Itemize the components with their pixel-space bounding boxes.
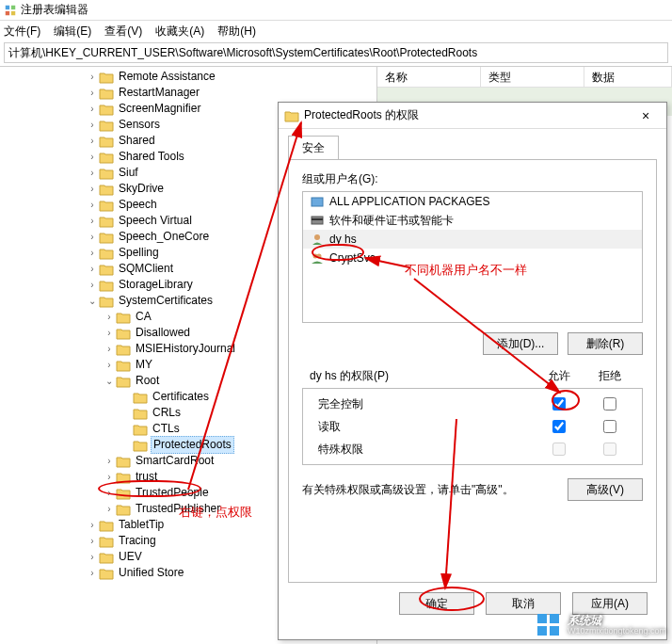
col-type[interactable]: 类型 — [481, 67, 584, 87]
tree-label: Speech Virtual — [117, 213, 194, 229]
folder-icon — [99, 567, 114, 580]
close-button[interactable]: × — [625, 108, 666, 123]
expander-icon[interactable]: › — [87, 517, 98, 533]
expander-icon[interactable]: › — [104, 453, 115, 469]
window-titlebar: 注册表编辑器 — [0, 0, 672, 21]
expander-icon[interactable]: ⌄ — [104, 373, 115, 389]
expander-icon[interactable]: › — [87, 261, 98, 277]
tab-security[interactable]: 安全 — [288, 136, 339, 160]
svg-rect-14 — [537, 614, 547, 623]
tree-label: SmartCardRoot — [134, 453, 216, 469]
expander-icon[interactable]: › — [87, 85, 98, 101]
folder-icon — [99, 135, 114, 148]
expander-icon[interactable]: › — [87, 245, 98, 261]
dialog-titlebar[interactable]: ProtectedRoots 的权限 × — [279, 103, 666, 129]
group-row[interactable]: ALL APPLICATION PACKAGES — [303, 192, 642, 211]
folder-icon — [99, 199, 114, 212]
expander-icon[interactable]: › — [87, 229, 98, 245]
deny-read-checkbox[interactable] — [603, 420, 616, 433]
expander-icon[interactable]: › — [104, 501, 115, 517]
folder-icon — [116, 503, 131, 516]
group-label: 组或用户名(G): — [302, 171, 643, 187]
col-data[interactable]: 数据 — [584, 67, 672, 87]
expander-icon[interactable]: › — [104, 469, 115, 485]
expander-icon[interactable]: ⌄ — [87, 293, 98, 309]
group-listbox[interactable]: ALL APPLICATION PACKAGES 软件和硬件证书或智能卡 dy … — [302, 191, 643, 323]
add-button[interactable]: 添加(D)... — [483, 332, 558, 355]
expander-icon[interactable]: › — [104, 485, 115, 501]
tree-item[interactable]: › Remote Assistance — [17, 69, 376, 85]
user-icon — [311, 233, 324, 246]
allow-full-checkbox[interactable] — [552, 397, 566, 411]
menu-file[interactable]: 文件(F) — [4, 24, 40, 40]
tree-label: TrustedPeople — [134, 485, 211, 501]
deny-special-checkbox — [603, 443, 616, 456]
tree-label: SystemCertificates — [117, 293, 215, 309]
remove-button[interactable]: 删除(R) — [568, 332, 643, 355]
menubar: 文件(F) 编辑(E) 查看(V) 收藏夹(A) 帮助(H) — [0, 21, 672, 41]
advanced-button[interactable]: 高级(V) — [568, 478, 643, 501]
folder-icon — [99, 231, 114, 244]
tree-label: Remote Assistance — [117, 69, 217, 85]
group-row[interactable]: 软件和硬件证书或智能卡 — [303, 211, 642, 230]
expander-icon[interactable]: › — [87, 565, 98, 581]
menu-view[interactable]: 查看(V) — [104, 24, 142, 40]
tree-label: Speech — [117, 197, 159, 213]
address-bar[interactable]: 计算机\HKEY_CURRENT_USER\Software\Microsoft… — [4, 42, 668, 63]
expander-icon[interactable]: › — [87, 69, 98, 85]
tree-label: Disallowed — [134, 325, 192, 341]
allow-read-checkbox[interactable] — [552, 420, 566, 433]
expander-icon[interactable]: › — [104, 309, 115, 325]
tree-label: Sensors — [117, 117, 162, 133]
advanced-hint: 有关特殊权限或高级设置，请单击"高级"。 — [302, 482, 568, 498]
folder-icon — [133, 407, 148, 420]
menu-favorites[interactable]: 收藏夹(A) — [155, 24, 204, 40]
ok-button[interactable]: 确定 — [399, 592, 474, 615]
svg-rect-1 — [11, 5, 15, 8]
expander-icon[interactable]: › — [104, 325, 115, 341]
tree-label: TabletTip — [117, 517, 166, 533]
permissions-dialog: ProtectedRoots 的权限 × 安全 组或用户名(G): ALL AP… — [278, 102, 667, 640]
menu-edit[interactable]: 编辑(E) — [54, 24, 91, 40]
tree-item[interactable]: › RestartManager — [17, 85, 376, 101]
group-row[interactable]: CryptSvc — [303, 249, 642, 267]
tree-label: Certificates — [151, 389, 211, 405]
folder-icon — [116, 471, 131, 484]
menu-help[interactable]: 帮助(H) — [217, 24, 256, 40]
expander-icon[interactable]: › — [87, 197, 98, 213]
tree-label: trust — [134, 469, 159, 485]
folder-icon — [116, 343, 131, 356]
svg-rect-3 — [11, 10, 15, 14]
expander-icon[interactable]: › — [87, 181, 98, 197]
folder-icon — [99, 295, 114, 308]
expander-icon[interactable]: › — [87, 549, 98, 565]
deny-full-checkbox[interactable] — [603, 397, 616, 411]
expander-icon[interactable]: › — [87, 213, 98, 229]
col-name[interactable]: 名称 — [377, 67, 481, 87]
expander-icon[interactable]: › — [87, 101, 98, 117]
expander-icon[interactable]: › — [104, 341, 115, 357]
folder-icon — [133, 439, 148, 452]
folder-icon — [99, 87, 114, 100]
expander-icon[interactable]: › — [87, 149, 98, 165]
tree-label: Spelling — [117, 245, 161, 261]
expander-icon[interactable]: › — [87, 277, 98, 293]
expander-icon[interactable]: › — [87, 533, 98, 549]
address-path: 计算机\HKEY_CURRENT_USER\Software\Microsoft… — [8, 45, 477, 61]
svg-rect-17 — [550, 626, 559, 636]
expander-icon[interactable]: › — [87, 133, 98, 149]
folder-icon — [99, 535, 114, 548]
watermark: 系统城 W10zmixitiongtokeng.com — [536, 612, 666, 638]
allow-special-checkbox — [552, 443, 566, 456]
col-allow: 允许 — [534, 368, 584, 384]
group-row-selected[interactable]: dy hs — [303, 230, 642, 249]
expander-icon[interactable]: › — [104, 357, 115, 373]
folder-icon — [99, 247, 114, 260]
expander-icon[interactable]: › — [87, 117, 98, 133]
folder-icon — [116, 311, 131, 324]
perm-list: 完全控制 读取 特殊权限 — [302, 388, 643, 465]
tree-label: Speech_OneCore — [117, 229, 211, 245]
expander-icon[interactable]: › — [87, 165, 98, 181]
tree-label: SQMClient — [117, 261, 175, 277]
svg-point-7 — [314, 234, 320, 240]
